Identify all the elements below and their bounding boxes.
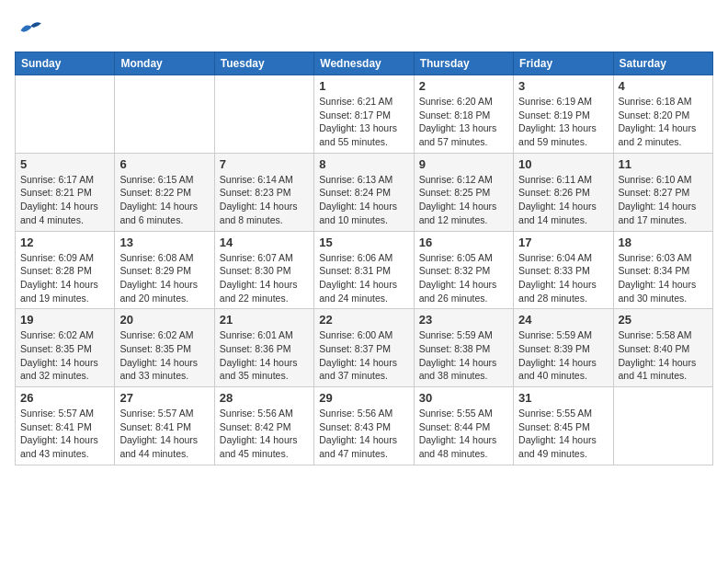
calendar-cell: 14Sunrise: 6:07 AMSunset: 8:30 PMDayligh… xyxy=(214,231,313,309)
calendar-cell: 9Sunrise: 6:12 AMSunset: 8:25 PMDaylight… xyxy=(414,153,513,231)
day-number: 30 xyxy=(419,391,508,405)
day-info: Sunrise: 5:57 AMSunset: 8:41 PMDaylight:… xyxy=(20,407,109,461)
day-number: 21 xyxy=(220,313,309,327)
calendar-cell: 18Sunrise: 6:03 AMSunset: 8:34 PMDayligh… xyxy=(613,231,712,309)
day-info: Sunrise: 6:02 AMSunset: 8:35 PMDaylight:… xyxy=(20,328,109,383)
day-info: Sunrise: 6:19 AMSunset: 8:19 PMDaylight:… xyxy=(518,95,608,149)
day-number: 2 xyxy=(419,79,508,93)
day-number: 18 xyxy=(619,236,708,249)
day-info: Sunrise: 6:20 AMSunset: 8:18 PMDaylight:… xyxy=(419,95,508,149)
day-number: 1 xyxy=(319,79,408,93)
calendar-cell: 8Sunrise: 6:13 AMSunset: 8:24 PMDaylight… xyxy=(314,153,414,231)
day-number: 23 xyxy=(419,313,508,327)
day-number: 14 xyxy=(220,236,309,249)
calendar-header-tuesday: Tuesday xyxy=(214,52,313,75)
day-number: 8 xyxy=(319,157,408,171)
day-info: Sunrise: 6:01 AMSunset: 8:36 PMDaylight:… xyxy=(220,328,309,383)
calendar-cell: 23Sunrise: 5:59 AMSunset: 8:38 PMDayligh… xyxy=(414,309,513,387)
day-info: Sunrise: 6:04 AMSunset: 8:33 PMDaylight:… xyxy=(518,251,608,305)
calendar-cell: 27Sunrise: 5:57 AMSunset: 8:41 PMDayligh… xyxy=(115,387,214,465)
day-info: Sunrise: 6:06 AMSunset: 8:31 PMDaylight:… xyxy=(319,251,408,305)
day-number: 27 xyxy=(119,391,209,405)
calendar-cell: 28Sunrise: 5:56 AMSunset: 8:42 PMDayligh… xyxy=(214,387,313,465)
logo-icon xyxy=(15,15,44,40)
calendar-table: SundayMondayTuesdayWednesdayThursdayFrid… xyxy=(15,52,713,465)
day-info: Sunrise: 5:58 AMSunset: 8:40 PMDaylight:… xyxy=(619,328,708,383)
day-info: Sunrise: 6:21 AMSunset: 8:17 PMDaylight:… xyxy=(319,95,408,149)
day-number: 29 xyxy=(319,391,408,405)
day-number: 4 xyxy=(619,79,708,93)
calendar-cell xyxy=(16,75,115,154)
day-info: Sunrise: 6:07 AMSunset: 8:30 PMDaylight:… xyxy=(220,251,309,305)
day-number: 7 xyxy=(220,157,309,171)
calendar-cell: 12Sunrise: 6:09 AMSunset: 8:28 PMDayligh… xyxy=(16,231,115,309)
calendar-week-row: 12Sunrise: 6:09 AMSunset: 8:28 PMDayligh… xyxy=(16,231,713,309)
calendar-cell: 10Sunrise: 6:11 AMSunset: 8:26 PMDayligh… xyxy=(514,153,613,231)
day-info: Sunrise: 6:00 AMSunset: 8:37 PMDaylight:… xyxy=(319,328,408,383)
calendar-week-row: 5Sunrise: 6:17 AMSunset: 8:21 PMDaylight… xyxy=(16,153,713,231)
day-number: 3 xyxy=(518,79,608,93)
day-number: 9 xyxy=(419,157,508,171)
day-number: 26 xyxy=(20,391,109,405)
day-number: 31 xyxy=(518,391,608,405)
day-number: 6 xyxy=(119,157,209,171)
day-number: 15 xyxy=(319,236,408,249)
calendar-week-row: 26Sunrise: 5:57 AMSunset: 8:41 PMDayligh… xyxy=(16,387,713,465)
calendar-cell xyxy=(613,387,712,465)
day-info: Sunrise: 6:10 AMSunset: 8:27 PMDaylight:… xyxy=(619,173,708,227)
day-info: Sunrise: 6:18 AMSunset: 8:20 PMDaylight:… xyxy=(619,95,708,149)
calendar-week-row: 19Sunrise: 6:02 AMSunset: 8:35 PMDayligh… xyxy=(16,309,713,387)
calendar-cell: 4Sunrise: 6:18 AMSunset: 8:20 PMDaylight… xyxy=(613,75,712,154)
calendar-cell: 20Sunrise: 6:02 AMSunset: 8:35 PMDayligh… xyxy=(115,309,214,387)
day-number: 5 xyxy=(20,157,109,171)
day-number: 25 xyxy=(619,313,708,327)
calendar-header-monday: Monday xyxy=(115,52,214,75)
calendar-cell: 30Sunrise: 5:55 AMSunset: 8:44 PMDayligh… xyxy=(414,387,513,465)
calendar-cell xyxy=(115,75,214,154)
calendar-cell: 19Sunrise: 6:02 AMSunset: 8:35 PMDayligh… xyxy=(16,309,115,387)
day-number: 17 xyxy=(518,236,608,249)
calendar-header-wednesday: Wednesday xyxy=(314,52,414,75)
day-info: Sunrise: 5:57 AMSunset: 8:41 PMDaylight:… xyxy=(119,407,209,461)
calendar-header-saturday: Saturday xyxy=(613,52,712,75)
calendar-cell: 1Sunrise: 6:21 AMSunset: 8:17 PMDaylight… xyxy=(314,75,414,154)
day-info: Sunrise: 5:59 AMSunset: 8:39 PMDaylight:… xyxy=(518,328,608,383)
calendar-cell: 13Sunrise: 6:08 AMSunset: 8:29 PMDayligh… xyxy=(115,231,214,309)
day-info: Sunrise: 6:11 AMSunset: 8:26 PMDaylight:… xyxy=(518,173,608,227)
calendar-cell: 17Sunrise: 6:04 AMSunset: 8:33 PMDayligh… xyxy=(514,231,613,309)
calendar-cell xyxy=(214,75,313,154)
calendar-header-row: SundayMondayTuesdayWednesdayThursdayFrid… xyxy=(16,52,713,75)
day-number: 10 xyxy=(518,157,608,171)
calendar-cell: 24Sunrise: 5:59 AMSunset: 8:39 PMDayligh… xyxy=(514,309,613,387)
calendar-cell: 2Sunrise: 6:20 AMSunset: 8:18 PMDaylight… xyxy=(414,75,513,154)
day-number: 20 xyxy=(119,313,209,327)
day-info: Sunrise: 6:13 AMSunset: 8:24 PMDaylight:… xyxy=(319,173,408,227)
day-info: Sunrise: 5:55 AMSunset: 8:45 PMDaylight:… xyxy=(518,407,608,461)
calendar-cell: 21Sunrise: 6:01 AMSunset: 8:36 PMDayligh… xyxy=(214,309,313,387)
calendar-cell: 3Sunrise: 6:19 AMSunset: 8:19 PMDaylight… xyxy=(514,75,613,154)
calendar-header-sunday: Sunday xyxy=(16,52,115,75)
calendar-cell: 31Sunrise: 5:55 AMSunset: 8:45 PMDayligh… xyxy=(514,387,613,465)
calendar-cell: 7Sunrise: 6:14 AMSunset: 8:23 PMDaylight… xyxy=(214,153,313,231)
calendar-header-thursday: Thursday xyxy=(414,52,513,75)
calendar-cell: 25Sunrise: 5:58 AMSunset: 8:40 PMDayligh… xyxy=(613,309,712,387)
day-number: 22 xyxy=(319,313,408,327)
day-info: Sunrise: 6:08 AMSunset: 8:29 PMDaylight:… xyxy=(119,251,209,305)
calendar-cell: 29Sunrise: 5:56 AMSunset: 8:43 PMDayligh… xyxy=(314,387,414,465)
page-header xyxy=(15,15,713,40)
calendar-cell: 22Sunrise: 6:00 AMSunset: 8:37 PMDayligh… xyxy=(314,309,414,387)
calendar-cell: 26Sunrise: 5:57 AMSunset: 8:41 PMDayligh… xyxy=(16,387,115,465)
day-number: 12 xyxy=(20,236,109,249)
day-info: Sunrise: 6:05 AMSunset: 8:32 PMDaylight:… xyxy=(419,251,508,305)
day-info: Sunrise: 5:59 AMSunset: 8:38 PMDaylight:… xyxy=(419,328,508,383)
day-number: 24 xyxy=(518,313,608,327)
calendar-cell: 16Sunrise: 6:05 AMSunset: 8:32 PMDayligh… xyxy=(414,231,513,309)
calendar-cell: 5Sunrise: 6:17 AMSunset: 8:21 PMDaylight… xyxy=(16,153,115,231)
day-number: 16 xyxy=(419,236,508,249)
day-info: Sunrise: 6:09 AMSunset: 8:28 PMDaylight:… xyxy=(20,251,109,305)
day-number: 19 xyxy=(20,313,109,327)
logo xyxy=(15,15,48,40)
calendar-cell: 15Sunrise: 6:06 AMSunset: 8:31 PMDayligh… xyxy=(314,231,414,309)
day-number: 11 xyxy=(619,157,708,171)
calendar-header-friday: Friday xyxy=(514,52,613,75)
